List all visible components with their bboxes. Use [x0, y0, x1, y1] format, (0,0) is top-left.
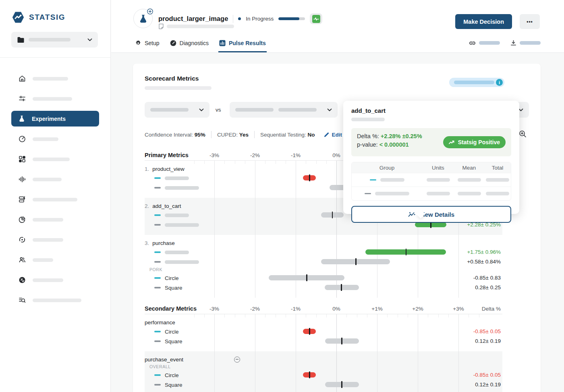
make-decision-button[interactable]: Make Decision	[455, 14, 512, 29]
sidebar-item-home[interactable]	[11, 68, 99, 89]
section-header: Secondary Metrics-3%-2%-1%0%+1%+2%+3%Del…	[145, 305, 502, 314]
trend-up-icon	[449, 140, 455, 145]
sidebar-item-holdouts[interactable]	[11, 270, 99, 290]
cell-placeholder	[380, 178, 404, 182]
vs-label: vs	[216, 107, 221, 113]
sidebar-item-segments[interactable]	[11, 209, 99, 230]
cell-placeholder	[375, 192, 409, 195]
series-label: Square	[165, 338, 182, 344]
experiment-header: product_larger_image In Progress Make De…	[111, 0, 564, 53]
total-cell	[484, 192, 511, 195]
delta-value: -0.85± 0.05	[440, 328, 501, 334]
cell-placeholder	[458, 178, 481, 182]
sequential-testing: Sequential Testing: No	[260, 132, 315, 138]
sidebar-item-gates[interactable]	[11, 129, 99, 149]
delta-column-header: Delta %	[482, 306, 501, 312]
chevron-down-icon	[87, 38, 92, 41]
delta-summary-box: Delta %: +2.28% ±0.25% p-value: < 0.0000…	[351, 128, 511, 156]
test-group-dash	[370, 179, 376, 181]
statsig-logo[interactable]: STATSIG	[11, 10, 110, 24]
metric-series-line: Square0.28± 0.25	[145, 283, 502, 292]
sparkle-trend-icon	[408, 212, 415, 217]
cell-placeholder	[486, 192, 509, 195]
info-icon: i	[496, 79, 503, 86]
control-group-dash	[154, 340, 161, 342]
metric-name: purchase_event	[145, 357, 183, 363]
collapse-icon[interactable]	[234, 357, 240, 363]
project-name-placeholder	[29, 38, 70, 41]
description-placeholder	[167, 25, 234, 28]
more-options-button[interactable]: •••	[520, 14, 540, 29]
health-badge[interactable]	[310, 13, 322, 24]
series-label: Square	[165, 285, 182, 291]
metric-series-line: Circle-0.85± 0.83	[145, 274, 502, 282]
series-legend	[154, 220, 199, 229]
progress-fill	[278, 17, 299, 20]
table-header: Units	[422, 165, 454, 171]
tab-diagnostics[interactable]: Diagnostics	[169, 36, 209, 52]
metric-label: performance	[145, 318, 502, 326]
zoom-in-icon[interactable]	[519, 130, 527, 138]
sidebar-item-events[interactable]	[11, 169, 99, 189]
view-details-button[interactable]: View Details	[351, 206, 511, 223]
gauge-icon	[19, 135, 26, 143]
sidebar-item-experiments[interactable]: Experiments	[11, 111, 99, 127]
group-a-dropdown[interactable]	[145, 102, 209, 118]
sidebar-item-users[interactable]	[11, 250, 99, 270]
nav-label-placeholder	[33, 278, 63, 282]
axis-tick-label: +3%	[453, 306, 464, 312]
plus-badge-icon	[147, 8, 153, 15]
sidebar-nav: Experiments	[0, 63, 110, 310]
scorecard-title: Scorecard Metrics	[145, 75, 199, 82]
section-title: Primary Metrics	[145, 152, 189, 158]
metric-name: performance	[145, 319, 175, 326]
share-link-placeholder	[479, 41, 500, 45]
link-icon[interactable]	[469, 40, 476, 46]
axis-tick-label: -1%	[291, 306, 301, 312]
series-legend: Circle	[154, 327, 179, 336]
experiment-avatar	[133, 9, 153, 28]
cell-placeholder	[427, 178, 450, 182]
sidebar-item-autotune[interactable]	[11, 230, 99, 250]
total-cell	[484, 178, 511, 182]
info-pill[interactable]: i	[449, 78, 504, 87]
sidebar-item-audit-log[interactable]	[11, 290, 99, 310]
metric-label: purchase_event	[145, 355, 502, 363]
group-label: PORK	[149, 266, 502, 273]
nav-label-placeholder	[33, 299, 81, 302]
series-legend: Square	[154, 380, 182, 389]
metric-series-line: Square0.12± 0.19	[145, 337, 502, 346]
sidebar-item-dashboards[interactable]	[11, 149, 99, 169]
status-label: In Progress	[246, 16, 274, 22]
metric-name: product_view	[152, 166, 185, 172]
tab-setup[interactable]: Setup	[134, 36, 160, 52]
axis-tick-label: +1%	[371, 306, 382, 312]
edit-settings-link[interactable]: Edit	[324, 132, 342, 138]
metric-number: 3.	[145, 240, 149, 246]
sidebar-item-dynamic-config[interactable]	[11, 189, 99, 209]
section-title: Secondary Metrics	[145, 305, 197, 312]
metric-series-line: Circle-0.85± 0.05	[145, 327, 502, 336]
point-estimate-tick	[406, 249, 407, 255]
project-selector-dropdown[interactable]	[11, 32, 98, 48]
download-icon[interactable]	[510, 40, 516, 46]
group-b-dropdown[interactable]	[230, 102, 338, 118]
nav-label-placeholder	[33, 158, 70, 161]
test-group-dash	[154, 251, 161, 253]
sidebar-item-settings-sliders[interactable]	[11, 89, 99, 109]
series-legend	[154, 183, 199, 192]
axis-tick-label: 0%	[332, 152, 340, 158]
series-label: Square	[165, 382, 182, 388]
tab-pulse-results[interactable]: Pulse Results	[218, 36, 267, 52]
group-label: OVERALL	[149, 363, 502, 370]
cell-placeholder	[458, 192, 481, 195]
flask-icon	[139, 14, 147, 23]
statsig-logo-icon	[11, 10, 25, 24]
series-legend	[154, 174, 189, 183]
metric-number: 2.	[145, 203, 149, 209]
series-legend: Square	[154, 283, 182, 292]
divider	[254, 131, 255, 138]
users-icon	[19, 256, 26, 263]
search-list-icon	[19, 297, 26, 304]
test-group-dash	[154, 177, 161, 179]
